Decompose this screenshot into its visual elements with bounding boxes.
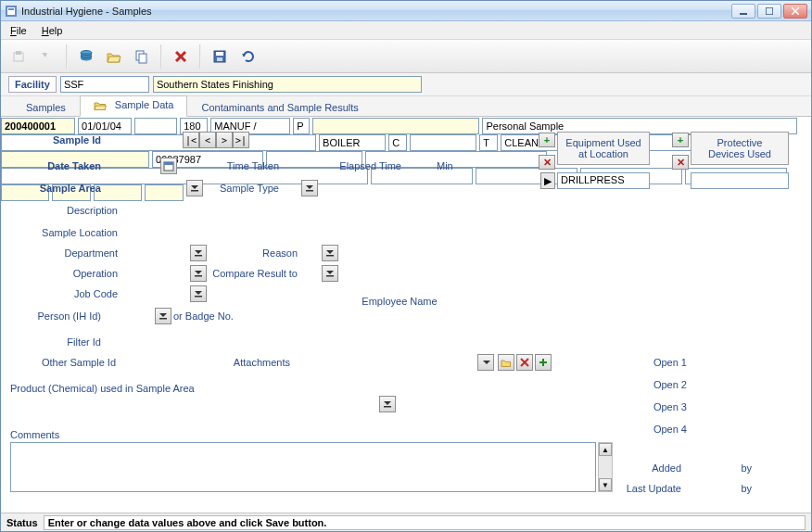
facility-row: Facility <box>1 73 811 96</box>
equipment-add-button[interactable]: + <box>539 133 555 147</box>
scroll-up-icon[interactable]: ▲ <box>599 443 612 456</box>
reason-input[interactable] <box>388 134 407 151</box>
svg-rect-27 <box>159 318 167 320</box>
label-sample-type: Sample Type <box>207 183 279 194</box>
statusbar: Status Enter or change data values above… <box>1 513 811 531</box>
nav-next-button[interactable]: > <box>216 132 233 148</box>
status-label: Status <box>6 517 38 528</box>
label-filter-id: Filter Id <box>1 336 101 348</box>
calendar-icon[interactable] <box>160 158 177 174</box>
scroll-down-icon[interactable]: ▼ <box>599 478 612 491</box>
copy-icon[interactable] <box>129 44 155 70</box>
protective-add-button[interactable]: + <box>672 133 689 147</box>
database-icon[interactable] <box>73 44 99 70</box>
sample-id-input[interactable] <box>1 118 75 134</box>
label-attachments: Attachments <box>223 357 290 368</box>
time-taken-input[interactable] <box>134 118 177 134</box>
svg-rect-20 <box>191 190 198 192</box>
compare-result-input[interactable] <box>479 134 498 151</box>
undo-icon[interactable] <box>235 44 260 70</box>
tab-sample-data[interactable]: Sample Data <box>80 95 188 117</box>
sample-type-desc <box>312 118 479 134</box>
tab-contaminants[interactable]: Contaminants and Sample Results <box>187 98 372 117</box>
nav-last-button[interactable]: >| <box>233 132 249 148</box>
label-open3: Open 3 <box>631 401 687 412</box>
operation-dropdown-icon[interactable] <box>190 265 207 282</box>
label-person: Person (IH Id) <box>1 310 101 322</box>
label-last-update-by: by <box>735 483 752 494</box>
svg-rect-2 <box>8 8 14 10</box>
protective-row-cell[interactable] <box>691 172 789 189</box>
label-product-chem: Product (Chemical) used in Sample Area <box>10 383 251 394</box>
attachments-open-icon[interactable] <box>498 354 514 371</box>
department-dropdown-icon[interactable] <box>190 245 207 261</box>
app-window: Industrial Hygiene - Samples File Help F… <box>0 0 812 532</box>
facility-name-display <box>153 76 422 93</box>
svg-rect-22 <box>195 255 202 257</box>
label-sample-location: Sample Location <box>1 227 118 238</box>
facility-label: Facility <box>8 76 57 93</box>
svg-rect-32 <box>384 406 391 408</box>
sample-type-input[interactable] <box>293 118 310 134</box>
label-comments: Comments <box>10 429 84 440</box>
facility-code-input[interactable] <box>60 76 149 93</box>
label-sample-id: Sample Id <box>1 134 101 146</box>
label-sample-area: Sample Area <box>1 183 101 194</box>
label-reason: Reason <box>233 247 298 259</box>
svg-rect-4 <box>766 7 773 15</box>
label-other-sample-id: Other Sample Id <box>1 357 116 368</box>
person-dropdown-icon[interactable] <box>155 308 171 324</box>
label-open2: Open 2 <box>631 379 687 390</box>
label-open1: Open 1 <box>631 357 687 368</box>
equipment-header: Equipment Used at Location <box>557 132 650 165</box>
tab-samples[interactable]: Samples <box>12 98 80 117</box>
svg-rect-21 <box>306 190 313 192</box>
maximize-button[interactable] <box>757 4 781 19</box>
operation-input[interactable] <box>410 134 476 151</box>
open-folder-icon[interactable] <box>101 44 127 70</box>
label-open4: Open 4 <box>631 424 687 435</box>
comments-scrollbar[interactable]: ▲ ▼ <box>598 442 613 492</box>
product-chem-dropdown-icon[interactable] <box>379 396 396 412</box>
svg-rect-3 <box>740 13 747 15</box>
nav-first-button[interactable]: |< <box>183 132 199 148</box>
nav-prev-button[interactable]: < <box>199 132 216 148</box>
sample-area-dropdown-icon[interactable] <box>186 180 203 196</box>
svg-rect-16 <box>216 52 223 56</box>
svg-rect-19 <box>164 162 173 165</box>
svg-rect-17 <box>217 57 222 61</box>
menubar: File Help <box>1 21 811 40</box>
toolbar <box>1 40 811 73</box>
close-button[interactable] <box>783 4 807 19</box>
attachments-combo-dropdown-icon[interactable] <box>477 354 494 371</box>
compare-result-dropdown-icon[interactable] <box>322 265 338 282</box>
equipment-row-cell[interactable]: DRILLPRESS <box>557 172 650 189</box>
app-icon <box>5 5 18 18</box>
department-input[interactable] <box>319 134 386 151</box>
label-employee-name: Employee Name <box>335 296 464 307</box>
form-area: Sample Id |< < > >| Date Taken Time Take… <box>1 117 811 513</box>
menu-help[interactable]: Help <box>38 23 67 38</box>
svg-rect-25 <box>326 275 334 277</box>
job-code-dropdown-icon[interactable] <box>190 285 207 302</box>
last-update-by <box>145 184 184 201</box>
folder-open-icon <box>94 100 107 113</box>
status-text: Enter or change data values above and cl… <box>44 515 806 530</box>
date-taken-input[interactable] <box>78 118 132 134</box>
comments-input[interactable] <box>10 442 596 492</box>
reason-dropdown-icon[interactable] <box>322 245 338 261</box>
svg-rect-8 <box>16 51 21 55</box>
attachments-remove-icon[interactable] <box>516 354 533 371</box>
sample-type-dropdown-icon[interactable] <box>301 180 318 196</box>
label-compare-result: Compare Result to <box>209 268 298 279</box>
protective-remove-button[interactable]: ✕ <box>672 155 689 170</box>
minimize-button[interactable] <box>731 4 755 19</box>
menu-file[interactable]: File <box>6 23 31 38</box>
attachments-add-icon[interactable] <box>535 354 552 371</box>
save-icon[interactable] <box>207 44 233 70</box>
delete-icon[interactable] <box>168 44 194 70</box>
svg-rect-26 <box>195 296 202 298</box>
equipment-row-pointer-icon[interactable]: ▶ <box>540 172 555 189</box>
toolbar-btn-1 <box>6 44 32 70</box>
equipment-remove-button[interactable]: ✕ <box>539 155 555 170</box>
